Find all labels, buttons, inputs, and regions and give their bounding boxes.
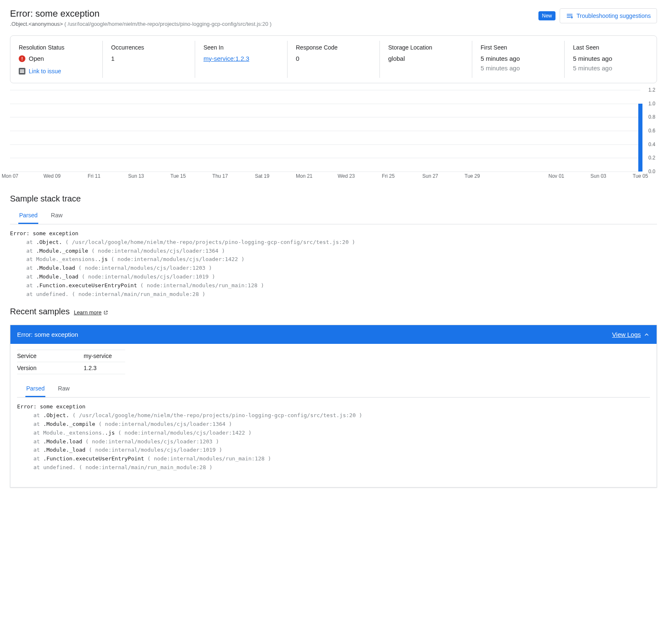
sample-stack-tabs: Parsed Raw <box>17 381 650 398</box>
link-to-issue[interactable]: Link to issue <box>19 68 94 75</box>
sample-tab-raw[interactable]: Raw <box>57 381 70 397</box>
kv-version-value: 1.2.3 <box>84 365 97 371</box>
x-tick-label: Sun 03 <box>590 173 606 179</box>
chart-bar[interactable] <box>638 104 642 172</box>
seen-in-value[interactable]: my-service:1.2.3 <box>203 55 279 62</box>
occurrences-label: Occurrences <box>111 44 186 51</box>
x-tick-label: Tue 15 <box>171 173 186 179</box>
article-icon <box>19 68 25 75</box>
first-seen-value: 5 minutes ago <box>481 55 556 62</box>
y-tick-label: 1.2 <box>648 87 655 93</box>
new-badge: New <box>538 11 555 20</box>
kv-service-value: my-service <box>84 353 112 359</box>
grid-line <box>10 90 640 90</box>
x-tick-label: Fri 11 <box>88 173 101 179</box>
x-tick-label: Wed 23 <box>337 173 355 179</box>
y-tick-label: 0.0 <box>648 169 655 174</box>
external-link-icon <box>103 310 108 315</box>
storage-location-value: global <box>388 55 464 62</box>
x-tick-label: Fri 25 <box>382 173 395 179</box>
view-logs-link[interactable]: View Logs <box>612 331 650 338</box>
sample-header[interactable]: Error: some exception View Logs <box>10 325 657 344</box>
error-subtitle: .Object.<anonymous> ( /usr/local/google/… <box>10 21 538 27</box>
resolution-status-value: Open <box>29 55 44 62</box>
stack-tabs: Parsed Raw <box>10 208 657 224</box>
x-tick-label: Sun 13 <box>128 173 144 179</box>
y-tick-label: 1.0 <box>648 101 655 107</box>
error-location: ( /usr/local/google/home/nielm/the-repo/… <box>64 21 272 27</box>
grid-line <box>10 117 640 117</box>
grid-line <box>10 158 640 158</box>
grid-line <box>10 172 640 172</box>
x-tick-label: Tue 05 <box>633 173 648 179</box>
y-tick-label: 0.6 <box>648 128 655 134</box>
troubleshooting-label: Troubleshooting suggestions <box>577 12 651 19</box>
learn-more-link[interactable]: Learn more <box>74 309 108 316</box>
summary-card: Resolution Status ! Open Link to issue O… <box>10 35 657 83</box>
link-to-issue-label: Link to issue <box>29 68 61 75</box>
view-logs-label: View Logs <box>612 331 641 338</box>
error-fn: .Object.<anonymous> <box>10 21 63 27</box>
svg-point-0 <box>571 17 572 18</box>
x-tick-label: Mon 07 <box>2 173 18 179</box>
response-code-value: 0 <box>296 55 371 62</box>
seen-in-label: Seen In <box>203 44 279 51</box>
grid-line <box>10 104 640 104</box>
grid-line <box>10 144 640 145</box>
troubleshoot-icon <box>566 12 573 20</box>
sample-title: Error: some exception <box>17 331 78 338</box>
storage-location-label: Storage Location <box>388 44 464 51</box>
x-tick-label: Sat 19 <box>255 173 270 179</box>
tab-parsed[interactable]: Parsed <box>18 208 38 224</box>
stack-trace-title: Sample stack trace <box>10 194 657 204</box>
last-seen-sub: 5 minutes ago <box>573 65 648 72</box>
grid-line <box>10 131 640 131</box>
troubleshooting-button[interactable]: Troubleshooting suggestions <box>560 8 657 23</box>
last-seen-value: 5 minutes ago <box>573 55 648 62</box>
x-tick-label: Tue 29 <box>465 173 480 179</box>
chevron-up-icon <box>643 331 650 338</box>
y-tick-label: 0.4 <box>648 142 655 147</box>
error-title: Error: some exception <box>10 8 538 19</box>
sample-tab-parsed[interactable]: Parsed <box>25 381 45 397</box>
x-tick-label: Nov 01 <box>548 173 564 179</box>
occurrences-chart: 0.00.20.40.60.81.01.2 Mon 07Wed 09Fri 11… <box>10 90 657 182</box>
x-tick-label: Thu 17 <box>212 173 228 179</box>
stack-trace: Error: some exception at .Object. ( /usr… <box>10 228 657 307</box>
x-tick-label: Wed 09 <box>43 173 60 179</box>
occurrences-value: 1 <box>111 55 186 62</box>
y-tick-label: 0.8 <box>648 114 655 120</box>
sample-stack-trace: Error: some exception at .Object. ( /usr… <box>17 401 650 480</box>
last-seen-label: Last Seen <box>573 44 648 51</box>
tab-raw[interactable]: Raw <box>50 208 63 224</box>
kv-version-key: Version <box>17 365 84 371</box>
recent-sample-card: Error: some exception View Logs Service … <box>10 325 657 487</box>
y-tick-label: 0.2 <box>648 155 655 161</box>
sample-kv-table: Service my-service Version 1.2.3 <box>17 350 125 374</box>
recent-samples-title: Recent samples <box>10 307 69 316</box>
x-tick-label: Sun 27 <box>422 173 438 179</box>
resolution-status-label: Resolution Status <box>19 44 94 51</box>
x-tick-label: Mon 21 <box>296 173 312 179</box>
first-seen-label: First Seen <box>481 44 556 51</box>
kv-service-key: Service <box>17 353 84 359</box>
response-code-label: Response Code <box>296 44 371 51</box>
first-seen-sub: 5 minutes ago <box>481 65 556 72</box>
learn-more-label: Learn more <box>74 309 101 316</box>
error-status-icon: ! <box>19 55 25 62</box>
